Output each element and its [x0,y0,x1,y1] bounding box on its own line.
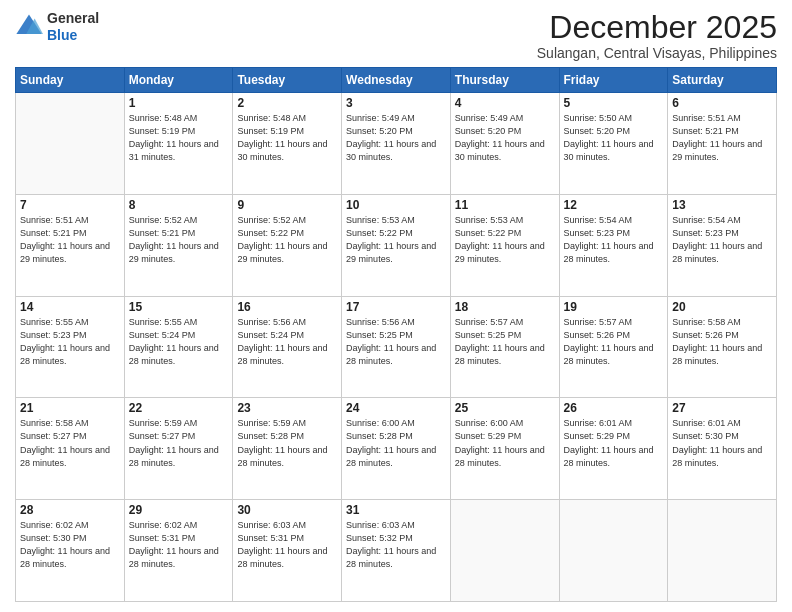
calendar-cell [16,93,125,195]
day-number: 24 [346,401,446,415]
day-info: Sunrise: 6:02 AM Sunset: 5:31 PM Dayligh… [129,519,229,571]
day-info: Sunrise: 5:52 AM Sunset: 5:22 PM Dayligh… [237,214,337,266]
calendar-cell: 9Sunrise: 5:52 AM Sunset: 5:22 PM Daylig… [233,194,342,296]
calendar-cell: 22Sunrise: 5:59 AM Sunset: 5:27 PM Dayli… [124,398,233,500]
logo-text: General Blue [47,10,99,44]
day-number: 25 [455,401,555,415]
day-info: Sunrise: 6:03 AM Sunset: 5:32 PM Dayligh… [346,519,446,571]
day-number: 15 [129,300,229,314]
day-info: Sunrise: 5:56 AM Sunset: 5:24 PM Dayligh… [237,316,337,368]
day-info: Sunrise: 5:50 AM Sunset: 5:20 PM Dayligh… [564,112,664,164]
day-info: Sunrise: 5:57 AM Sunset: 5:26 PM Dayligh… [564,316,664,368]
day-number: 18 [455,300,555,314]
day-info: Sunrise: 5:58 AM Sunset: 5:26 PM Dayligh… [672,316,772,368]
day-number: 20 [672,300,772,314]
day-info: Sunrise: 5:58 AM Sunset: 5:27 PM Dayligh… [20,417,120,469]
weekday-header-monday: Monday [124,68,233,93]
logo-general: General [47,10,99,26]
calendar-cell: 14Sunrise: 5:55 AM Sunset: 5:23 PM Dayli… [16,296,125,398]
day-number: 16 [237,300,337,314]
day-number: 21 [20,401,120,415]
calendar-cell: 1Sunrise: 5:48 AM Sunset: 5:19 PM Daylig… [124,93,233,195]
calendar-cell: 25Sunrise: 6:00 AM Sunset: 5:29 PM Dayli… [450,398,559,500]
calendar-cell: 24Sunrise: 6:00 AM Sunset: 5:28 PM Dayli… [342,398,451,500]
logo-icon [15,13,43,41]
day-info: Sunrise: 5:53 AM Sunset: 5:22 PM Dayligh… [455,214,555,266]
day-info: Sunrise: 5:54 AM Sunset: 5:23 PM Dayligh… [672,214,772,266]
calendar-cell: 7Sunrise: 5:51 AM Sunset: 5:21 PM Daylig… [16,194,125,296]
day-info: Sunrise: 5:49 AM Sunset: 5:20 PM Dayligh… [346,112,446,164]
day-number: 2 [237,96,337,110]
day-info: Sunrise: 5:56 AM Sunset: 5:25 PM Dayligh… [346,316,446,368]
day-info: Sunrise: 6:00 AM Sunset: 5:29 PM Dayligh… [455,417,555,469]
day-number: 14 [20,300,120,314]
day-info: Sunrise: 5:53 AM Sunset: 5:22 PM Dayligh… [346,214,446,266]
weekday-header-wednesday: Wednesday [342,68,451,93]
calendar-week-1: 7Sunrise: 5:51 AM Sunset: 5:21 PM Daylig… [16,194,777,296]
calendar-week-2: 14Sunrise: 5:55 AM Sunset: 5:23 PM Dayli… [16,296,777,398]
day-info: Sunrise: 5:57 AM Sunset: 5:25 PM Dayligh… [455,316,555,368]
day-number: 5 [564,96,664,110]
day-info: Sunrise: 5:49 AM Sunset: 5:20 PM Dayligh… [455,112,555,164]
calendar-cell [450,500,559,602]
calendar-cell: 18Sunrise: 5:57 AM Sunset: 5:25 PM Dayli… [450,296,559,398]
day-number: 11 [455,198,555,212]
day-number: 3 [346,96,446,110]
month-title: December 2025 [537,10,777,45]
calendar-cell [668,500,777,602]
day-number: 13 [672,198,772,212]
calendar-cell: 19Sunrise: 5:57 AM Sunset: 5:26 PM Dayli… [559,296,668,398]
day-number: 1 [129,96,229,110]
day-number: 7 [20,198,120,212]
day-info: Sunrise: 5:55 AM Sunset: 5:24 PM Dayligh… [129,316,229,368]
day-info: Sunrise: 6:01 AM Sunset: 5:29 PM Dayligh… [564,417,664,469]
day-number: 12 [564,198,664,212]
calendar-cell: 27Sunrise: 6:01 AM Sunset: 5:30 PM Dayli… [668,398,777,500]
day-info: Sunrise: 5:59 AM Sunset: 5:27 PM Dayligh… [129,417,229,469]
weekday-header-row: SundayMondayTuesdayWednesdayThursdayFrid… [16,68,777,93]
calendar-cell: 13Sunrise: 5:54 AM Sunset: 5:23 PM Dayli… [668,194,777,296]
day-info: Sunrise: 6:00 AM Sunset: 5:28 PM Dayligh… [346,417,446,469]
day-number: 9 [237,198,337,212]
day-number: 4 [455,96,555,110]
day-number: 8 [129,198,229,212]
calendar-cell: 11Sunrise: 5:53 AM Sunset: 5:22 PM Dayli… [450,194,559,296]
day-number: 28 [20,503,120,517]
location: Sulangan, Central Visayas, Philippines [537,45,777,61]
calendar-cell: 23Sunrise: 5:59 AM Sunset: 5:28 PM Dayli… [233,398,342,500]
page: General Blue December 2025 Sulangan, Cen… [0,0,792,612]
calendar-cell: 26Sunrise: 6:01 AM Sunset: 5:29 PM Dayli… [559,398,668,500]
calendar-cell: 8Sunrise: 5:52 AM Sunset: 5:21 PM Daylig… [124,194,233,296]
calendar-cell: 20Sunrise: 5:58 AM Sunset: 5:26 PM Dayli… [668,296,777,398]
day-info: Sunrise: 5:52 AM Sunset: 5:21 PM Dayligh… [129,214,229,266]
calendar-week-4: 28Sunrise: 6:02 AM Sunset: 5:30 PM Dayli… [16,500,777,602]
day-number: 30 [237,503,337,517]
day-info: Sunrise: 6:02 AM Sunset: 5:30 PM Dayligh… [20,519,120,571]
weekday-header-thursday: Thursday [450,68,559,93]
calendar-cell: 6Sunrise: 5:51 AM Sunset: 5:21 PM Daylig… [668,93,777,195]
calendar-cell: 4Sunrise: 5:49 AM Sunset: 5:20 PM Daylig… [450,93,559,195]
day-number: 29 [129,503,229,517]
logo: General Blue [15,10,99,44]
calendar-cell [559,500,668,602]
day-number: 26 [564,401,664,415]
weekday-header-sunday: Sunday [16,68,125,93]
calendar-cell: 12Sunrise: 5:54 AM Sunset: 5:23 PM Dayli… [559,194,668,296]
day-info: Sunrise: 5:51 AM Sunset: 5:21 PM Dayligh… [672,112,772,164]
day-info: Sunrise: 5:51 AM Sunset: 5:21 PM Dayligh… [20,214,120,266]
day-number: 6 [672,96,772,110]
calendar-cell: 28Sunrise: 6:02 AM Sunset: 5:30 PM Dayli… [16,500,125,602]
calendar-cell: 29Sunrise: 6:02 AM Sunset: 5:31 PM Dayli… [124,500,233,602]
day-number: 10 [346,198,446,212]
day-number: 22 [129,401,229,415]
calendar-cell: 3Sunrise: 5:49 AM Sunset: 5:20 PM Daylig… [342,93,451,195]
weekday-header-saturday: Saturday [668,68,777,93]
day-number: 19 [564,300,664,314]
day-info: Sunrise: 5:48 AM Sunset: 5:19 PM Dayligh… [237,112,337,164]
title-block: December 2025 Sulangan, Central Visayas,… [537,10,777,61]
weekday-header-tuesday: Tuesday [233,68,342,93]
day-number: 23 [237,401,337,415]
calendar-cell: 21Sunrise: 5:58 AM Sunset: 5:27 PM Dayli… [16,398,125,500]
day-number: 27 [672,401,772,415]
day-info: Sunrise: 5:48 AM Sunset: 5:19 PM Dayligh… [129,112,229,164]
